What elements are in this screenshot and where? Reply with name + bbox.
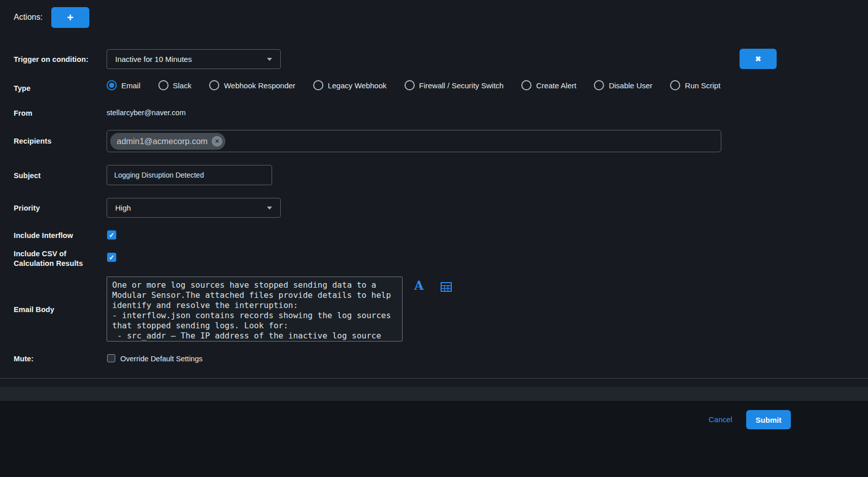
email-body-label: Email Body bbox=[14, 305, 54, 315]
footer-bar bbox=[0, 401, 868, 477]
from-value: stellarcyber@naver.com bbox=[107, 109, 186, 117]
submit-button[interactable]: Submit bbox=[746, 410, 791, 429]
radio-icon bbox=[670, 80, 680, 90]
chevron-down-icon bbox=[267, 207, 272, 210]
radio-label: Email bbox=[121, 81, 141, 90]
recipient-chip-text: admin1@acmecorp.com bbox=[117, 137, 208, 146]
recipients-label: Recipients bbox=[14, 137, 51, 146]
recipient-chip: admin1@acmecorp.com ✕ bbox=[110, 133, 225, 150]
radio-label: Legacy Webhook bbox=[328, 81, 387, 90]
checkmark-icon: ✓ bbox=[109, 232, 115, 238]
trigger-condition-value: Inactive for 10 Minutes bbox=[115, 55, 192, 63]
radio-label: Webhook Responder bbox=[224, 81, 295, 90]
type-option-disable-user[interactable]: Disable User bbox=[594, 80, 652, 90]
subject-label: Subject bbox=[14, 171, 41, 181]
mute-override-checkbox[interactable]: ✓ bbox=[107, 354, 115, 362]
radio-icon bbox=[405, 80, 415, 90]
type-option-run-script[interactable]: Run Script bbox=[670, 80, 720, 90]
type-radio-group: Email Slack Webhook Responder Legacy Web… bbox=[107, 80, 720, 90]
trigger-condition-select[interactable]: Inactive for 10 Minutes bbox=[107, 49, 281, 69]
radio-label: Run Script bbox=[685, 81, 720, 90]
type-label: Type bbox=[14, 84, 30, 93]
priority-select[interactable]: High bbox=[107, 198, 281, 218]
radio-icon bbox=[594, 80, 604, 90]
section-band bbox=[0, 387, 868, 401]
radio-label: Firewall / Security Switch bbox=[419, 81, 504, 90]
radio-icon bbox=[313, 80, 323, 90]
chevron-down-icon bbox=[267, 58, 272, 61]
radio-icon bbox=[209, 80, 219, 90]
add-action-button[interactable]: + bbox=[51, 7, 89, 28]
priority-value: High bbox=[115, 203, 131, 212]
close-icon: ✖ bbox=[755, 55, 761, 63]
cancel-button[interactable]: Cancel bbox=[709, 415, 732, 424]
type-option-legacy-webhook[interactable]: Legacy Webhook bbox=[313, 80, 387, 90]
type-option-slack[interactable]: Slack bbox=[158, 80, 192, 90]
trigger-condition-label: Trigger on condition: bbox=[14, 55, 88, 64]
email-body-textarea[interactable]: One or more log sources have stopped sen… bbox=[107, 277, 403, 342]
include-csv-label: Include CSV of Calculation Results bbox=[14, 249, 92, 268]
include-interflow-checkbox[interactable]: ✓ bbox=[107, 230, 116, 240]
include-csv-checkbox[interactable]: ✓ bbox=[107, 253, 116, 262]
divider bbox=[0, 378, 868, 379]
mute-label: Mute: bbox=[14, 354, 34, 364]
checkmark-icon: ✓ bbox=[109, 254, 115, 261]
type-option-webhook-responder[interactable]: Webhook Responder bbox=[209, 80, 295, 90]
plus-icon: + bbox=[67, 12, 74, 23]
radio-label: Disable User bbox=[609, 81, 652, 90]
radio-label: Create Alert bbox=[536, 81, 576, 90]
radio-icon bbox=[107, 80, 117, 90]
action-configuration-form: Actions: + Trigger on condition: Inactiv… bbox=[0, 0, 868, 477]
radio-icon bbox=[521, 80, 531, 90]
type-option-firewall-security-switch[interactable]: Firewall / Security Switch bbox=[405, 80, 504, 90]
radio-icon bbox=[158, 80, 169, 90]
radio-label: Slack bbox=[173, 81, 192, 90]
from-label: From bbox=[14, 109, 32, 118]
subject-input[interactable] bbox=[107, 165, 272, 185]
include-interflow-label: Include Interflow bbox=[14, 231, 73, 241]
actions-label: Actions: bbox=[14, 13, 43, 22]
chip-remove-icon[interactable]: ✕ bbox=[212, 136, 222, 147]
type-option-email[interactable]: Email bbox=[107, 80, 141, 90]
mute-option-label: Override Default Settings bbox=[120, 355, 203, 363]
insert-table-icon[interactable] bbox=[441, 282, 452, 294]
type-option-create-alert[interactable]: Create Alert bbox=[521, 80, 576, 90]
recipients-input[interactable]: admin1@acmecorp.com ✕ bbox=[107, 130, 721, 152]
remove-action-button[interactable]: ✖ bbox=[740, 49, 777, 69]
priority-label: Priority bbox=[14, 203, 40, 213]
text-format-icon[interactable]: A bbox=[414, 280, 424, 292]
